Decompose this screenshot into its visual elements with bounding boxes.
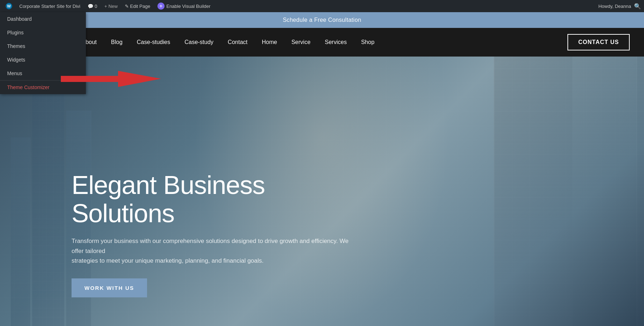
plugins-label: Plugins [7,30,24,35]
svg-marker-0 [61,71,161,87]
widgets-label: Widgets [7,57,25,63]
dropdown-item-themes[interactable]: Themes [0,39,86,53]
top-bar: Schedule a Free Consultation [0,12,644,28]
enable-builder-label: Enable Visual Builder [166,4,210,9]
hero-content: Elegant BusinessSolutions Transform your… [72,171,354,297]
nav-case-study[interactable]: Case-study [177,28,221,57]
arrow-indicator [54,69,161,89]
contact-us-button[interactable]: CONTACT US [567,34,630,50]
nav-case-studies[interactable]: Case-studies [130,28,177,57]
comment-count: 0 [95,4,97,9]
nav-shop[interactable]: Shop [354,28,381,57]
top-bar-text: Schedule a Free Consultation [283,17,361,23]
divi-item[interactable]: D Enable Visual Builder [155,0,213,12]
site-header: DIVI About Blog Case-studies Case-study … [0,28,644,57]
wp-icon: W [6,3,12,9]
themes-label: Themes [7,43,25,49]
work-with-us-button[interactable]: WORK WITH US [72,278,147,297]
divi-icon: D [157,3,165,10]
comment-icon: 💬 [88,4,93,9]
edit-page-label: ✎ Edit Page [125,4,150,9]
dropdown-item-widgets[interactable]: Widgets [0,53,86,67]
red-arrow-svg [54,69,161,89]
howdy-text: Howdy, Deanna [598,4,631,9]
main-nav: About Blog Case-studies Case-study Conta… [74,28,567,57]
dashboard-label: Dashboard [7,16,32,22]
admin-bar-right: Howdy, Deanna 🔍 [598,3,641,10]
new-label: + New [104,4,118,9]
site-name-item[interactable]: Corporate Starter Site for Divi [16,0,83,12]
new-item[interactable]: + New [102,0,121,12]
search-icon[interactable]: 🔍 [634,3,641,10]
dropdown-item-dashboard[interactable]: Dashboard [0,12,86,26]
theme-customizer-label: Theme Customizer [7,84,49,90]
nav-service[interactable]: Service [284,28,317,57]
nav-contact[interactable]: Contact [221,28,255,57]
hero-title: Elegant BusinessSolutions [72,171,354,228]
comments-item[interactable]: 💬 0 [85,0,100,12]
nav-home[interactable]: Home [255,28,284,57]
edit-page-item[interactable]: ✎ Edit Page [122,0,153,12]
admin-bar: W Corporate Starter Site for Divi 💬 0 + … [0,0,644,12]
nav-services[interactable]: Services [318,28,354,57]
hero-subtitle: Transform your business with our compreh… [72,236,354,266]
site-title: Corporate Starter Site for Divi [19,4,80,9]
wp-logo-item[interactable]: W [3,0,15,12]
menus-label: Menus [7,70,22,76]
nav-blog[interactable]: Blog [104,28,130,57]
dropdown-item-plugins[interactable]: Plugins [0,26,86,39]
hero-section: Elegant BusinessSolutions Transform your… [0,57,644,326]
